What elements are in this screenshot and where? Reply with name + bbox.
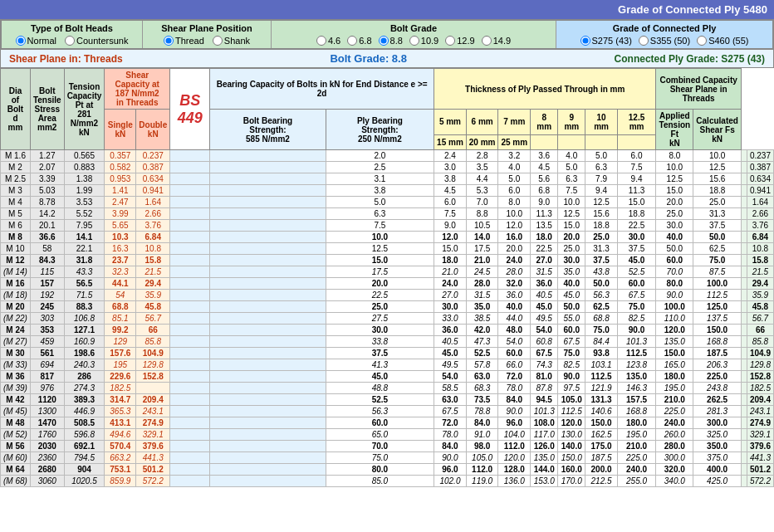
grade-88-radio[interactable] <box>379 36 389 46</box>
table-cell: 54.0 <box>498 336 531 348</box>
table-cell: 33.8 <box>326 336 434 348</box>
table-cell: 7.9 <box>585 173 617 185</box>
table-cell: 121.9 <box>585 383 617 394</box>
normal-radio-label[interactable]: Normal <box>16 36 56 46</box>
table-cell: 375.0 <box>693 452 742 464</box>
grade-109-label[interactable]: 10.9 <box>409 36 438 46</box>
table-cell: 29.4 <box>136 278 170 290</box>
table-cell: M 10 <box>1 243 31 255</box>
table-cell: 7.5 <box>617 162 656 173</box>
table-cell: 3.39 <box>30 173 64 185</box>
table-cell: 10.8 <box>747 243 773 255</box>
thread-radio[interactable] <box>164 36 174 46</box>
table-cell: 1.64 <box>136 197 170 208</box>
grade-129-label[interactable]: 12.9 <box>445 36 474 46</box>
table-cell: 68.3 <box>466 383 498 394</box>
grade-129-radio[interactable] <box>445 36 455 46</box>
table-row: M 421120389.3314.7209.452.563.073.584.09… <box>1 394 774 406</box>
table-cell: 0.237 <box>136 150 170 162</box>
table-cell: 5.6 <box>531 173 558 185</box>
thread-radio-label[interactable]: Thread <box>164 36 204 46</box>
table-cell: 45.0 <box>617 255 656 266</box>
table-cell: 101.3 <box>617 336 656 348</box>
grade-149-label[interactable]: 14.9 <box>482 36 511 46</box>
col-header-empty <box>531 134 558 149</box>
grade-46-radio[interactable] <box>316 36 326 46</box>
table-cell: 45.8 <box>136 301 170 313</box>
table-cell: 1.38 <box>64 173 105 185</box>
countersunk-radio-label[interactable]: Countersunk <box>65 36 128 46</box>
shank-radio[interactable] <box>213 36 223 46</box>
table-cell: (M 14) <box>1 266 31 278</box>
table-cell <box>741 220 747 232</box>
s460-radio[interactable] <box>697 36 707 46</box>
table-cell: 32.3 <box>105 266 136 278</box>
table-cell <box>210 394 326 406</box>
countersunk-radio[interactable] <box>65 36 75 46</box>
table-cell: 425.0 <box>693 476 742 487</box>
table-cell: 85.0 <box>326 476 434 487</box>
table-cell: 36.6 <box>30 232 64 243</box>
table-cell: 329.1 <box>747 429 773 441</box>
table-cell <box>741 290 747 301</box>
table-cell <box>210 452 326 464</box>
table-cell: 80.0 <box>326 464 434 476</box>
table-row: M 562030692.1570.4379.670.084.098.0112.0… <box>1 441 774 452</box>
table-cell: 379.6 <box>136 441 170 452</box>
table-cell: 128.0 <box>498 464 531 476</box>
table-cell: 15.6 <box>693 173 742 185</box>
normal-radio[interactable] <box>16 36 26 46</box>
table-cell: 37.5 <box>693 220 742 232</box>
table-cell: M 20 <box>1 301 31 313</box>
grade-46-label[interactable]: 4.6 <box>316 36 340 46</box>
grade-68-radio[interactable] <box>347 36 357 46</box>
table-cell: 144.0 <box>531 464 558 476</box>
table-cell: 255.0 <box>617 476 656 487</box>
col-header: 15 mm <box>434 134 467 149</box>
table-cell: M 12 <box>1 255 31 266</box>
table-cell: 8.0 <box>498 197 531 208</box>
grade-109-radio[interactable] <box>409 36 419 46</box>
table-cell: 1470 <box>30 417 64 429</box>
table-row: M 1.61.270.5650.3570.2372.02.42.83.23.64… <box>1 150 774 162</box>
shank-radio-label[interactable]: Shank <box>213 36 250 46</box>
table-cell: 54 <box>105 290 136 301</box>
s275-label[interactable]: S275 (43) <box>580 36 632 46</box>
table-cell: 225.0 <box>693 371 742 383</box>
table-cell: 300.0 <box>693 417 742 429</box>
s460-label[interactable]: S460 (55) <box>697 36 748 46</box>
table-cell: 75.0 <box>617 301 656 313</box>
table-cell: 15.0 <box>434 243 467 255</box>
s355-label[interactable]: S355 (50) <box>639 36 690 46</box>
table-cell: 206.3 <box>693 359 742 371</box>
info-bar: Shear Plane in: Threads Bolt Grade: 8.8 … <box>0 50 774 68</box>
table-cell: 2030 <box>30 441 64 452</box>
grade-149-radio[interactable] <box>482 36 492 46</box>
table-cell: 50.0 <box>558 301 585 313</box>
table-cell <box>210 150 326 162</box>
table-cell: 225.0 <box>617 452 656 464</box>
table-cell: 15.0 <box>326 255 434 266</box>
table-cell: 3.8 <box>326 185 434 197</box>
table-cell: 389.3 <box>64 394 105 406</box>
grade-68-label[interactable]: 6.8 <box>347 36 371 46</box>
table-cell: 94.5 <box>531 394 558 406</box>
table-cell: 30.0 <box>434 301 467 313</box>
table-cell: 5.0 <box>558 162 585 173</box>
table-cell: 35.9 <box>747 290 773 301</box>
table-cell: 40.5 <box>434 336 467 348</box>
table-cell: 210.0 <box>656 394 693 406</box>
table-cell: 120.0 <box>498 452 531 464</box>
table-cell: 15.0 <box>656 185 693 197</box>
table-cell: 15.8 <box>747 255 773 266</box>
table-row: (M 39)976274.3182.548.858.568.378.087.89… <box>1 383 774 394</box>
s355-radio[interactable] <box>639 36 649 46</box>
table-cell: 570.4 <box>105 441 136 452</box>
table-cell <box>170 371 210 383</box>
table-cell: 56.3 <box>585 290 617 301</box>
table-row: M 836.614.110.36.8410.012.014.016.018.02… <box>1 232 774 243</box>
grade-88-label[interactable]: 8.8 <box>379 36 403 46</box>
table-cell <box>741 313 747 325</box>
table-cell: 58 <box>30 243 64 255</box>
s275-radio[interactable] <box>580 36 590 46</box>
